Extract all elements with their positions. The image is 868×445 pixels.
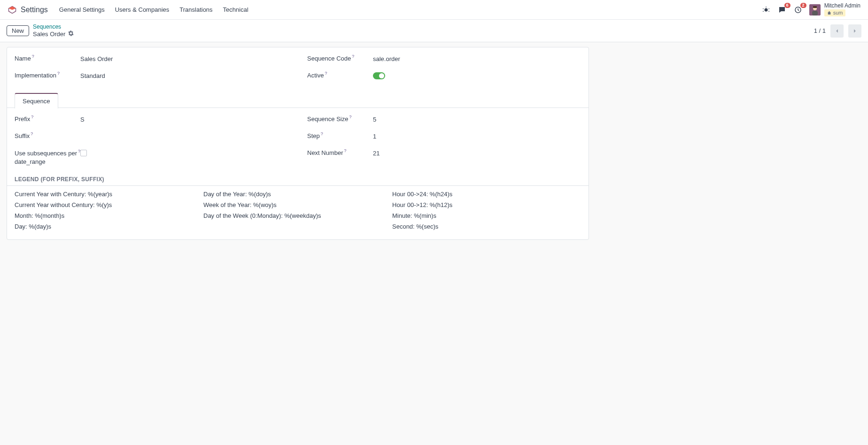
field-sequence-size: Sequence Size ? 5 [307, 115, 581, 128]
nav-translations[interactable]: Translations [179, 6, 212, 13]
suffix-label: Suffix [15, 132, 30, 139]
prefix-value[interactable]: S [80, 115, 288, 123]
legend-item: Hour 00->24: %(h24)s [392, 191, 581, 198]
svg-rect-12 [813, 6, 817, 8]
breadcrumb-current: Sales Order [33, 31, 65, 38]
user-text: Mitchell Admin sum [824, 3, 860, 16]
activities-icon[interactable]: 2 [793, 5, 803, 15]
debug-icon[interactable] [761, 5, 771, 15]
cp-left: New Sequences Sales Order [7, 23, 74, 38]
suffix-value[interactable] [80, 132, 288, 133]
pager-next-button[interactable] [848, 24, 861, 38]
breadcrumb: Sequences Sales Order [33, 23, 74, 38]
user-company: sum [824, 9, 846, 16]
user-company-label: sum [833, 10, 843, 16]
code-label: Sequence Code [307, 55, 351, 62]
step-label: Step [307, 132, 320, 139]
field-implementation: Implementation ? Standard [15, 72, 288, 84]
pager-prev-button[interactable] [830, 24, 844, 38]
legend-item: Hour 00->12: %(h12)s [392, 201, 581, 208]
legend-item: Current Year with Century: %(year)s [15, 191, 203, 198]
messages-badge: 6 [784, 3, 790, 8]
legend-grid: Current Year with Century: %(year)s Curr… [15, 191, 581, 230]
help-icon[interactable]: ? [31, 115, 33, 119]
step-value[interactable]: 1 [373, 132, 581, 140]
field-prefix: Prefix ? S [15, 115, 288, 128]
svg-point-2 [764, 8, 767, 11]
nav-left: Settings General Settings Users & Compan… [8, 5, 248, 15]
nav-menu: General Settings Users & Companies Trans… [59, 6, 248, 13]
name-value[interactable]: Sales Order [80, 55, 288, 62]
size-value[interactable]: 5 [373, 115, 581, 123]
field-sequence-code: Sequence Code ? sale.order [307, 55, 581, 67]
messages-icon[interactable]: 6 [777, 5, 787, 15]
help-icon[interactable]: ? [31, 131, 33, 136]
name-label: Name [15, 55, 31, 62]
field-suffix: Suffix ? [15, 132, 288, 145]
help-icon[interactable]: ? [78, 148, 80, 154]
legend-item: Second: %(sec)s [392, 223, 581, 230]
new-button[interactable]: New [7, 25, 29, 36]
prefix-label: Prefix [15, 115, 30, 123]
tab-content: Prefix ? S Sequence Size ? 5 Suffi [7, 108, 589, 239]
svg-line-5 [768, 8, 769, 9]
size-label: Sequence Size [307, 115, 348, 123]
legend-item: Current Year without Century: %(y)s [15, 201, 203, 208]
help-icon[interactable]: ? [344, 148, 347, 153]
svg-rect-11 [812, 11, 818, 15]
help-icon[interactable]: ? [352, 54, 354, 59]
impl-value[interactable]: Standard [80, 72, 288, 79]
content: Name ? Sales Order Sequence Code ? sale.… [0, 42, 868, 254]
cp-right: 1 / 1 [814, 24, 861, 38]
activities-badge: 2 [800, 3, 806, 8]
app-logo-icon[interactable] [8, 5, 17, 15]
tab-bar: Sequence [7, 92, 589, 108]
legend-title: LEGEND (FOR PREFIX, SUFFIX) [15, 176, 581, 183]
legend-col3: Hour 00->24: %(h24)s Hour 00->12: %(h12)… [392, 191, 581, 230]
legend-col2: Day of the Year: %(doy)s Week of the Yea… [203, 191, 392, 230]
active-toggle[interactable] [373, 72, 385, 79]
field-name: Name ? Sales Order [15, 55, 288, 67]
help-icon[interactable]: ? [321, 131, 323, 136]
next-value[interactable]: 21 [373, 149, 581, 157]
legend-col1: Current Year with Century: %(year)s Curr… [15, 191, 203, 230]
app-title[interactable]: Settings [21, 6, 48, 14]
help-icon[interactable]: ? [349, 115, 351, 119]
user-name: Mitchell Admin [824, 3, 860, 9]
nav-technical[interactable]: Technical [223, 6, 248, 13]
field-active: Active ? [307, 72, 581, 84]
field-use-subsequences: Use subsequences per date_range ? [15, 149, 288, 166]
control-panel: New Sequences Sales Order 1 / 1 [0, 20, 868, 42]
field-step: Step ? 1 [307, 132, 581, 145]
navbar: Settings General Settings Users & Compan… [0, 0, 868, 20]
user-menu[interactable]: Mitchell Admin sum [809, 3, 860, 16]
legend-item: Week of the Year: %(woy)s [203, 201, 392, 208]
tab-sequence[interactable]: Sequence [15, 93, 58, 108]
legend-item: Day: %(day)s [15, 223, 203, 230]
nav-users-companies[interactable]: Users & Companies [115, 6, 170, 13]
legend-separator [7, 185, 589, 186]
code-value[interactable]: sale.order [373, 55, 581, 62]
next-label: Next Number [307, 149, 343, 156]
legend-item: Month: %(month)s [15, 212, 203, 219]
field-next-number: Next Number ? 21 [307, 149, 581, 166]
help-icon[interactable]: ? [32, 54, 34, 59]
help-icon[interactable]: ? [57, 71, 60, 76]
nav-general-settings[interactable]: General Settings [59, 6, 105, 13]
svg-rect-14 [829, 11, 829, 12]
subseq-checkbox[interactable] [80, 150, 87, 156]
pager-text[interactable]: 1 / 1 [814, 27, 826, 34]
legend-item: Day of the Year: %(doy)s [203, 191, 392, 198]
svg-line-7 [768, 11, 769, 11]
gear-icon[interactable] [68, 31, 74, 38]
help-icon[interactable]: ? [325, 71, 327, 76]
active-label: Active [307, 72, 324, 79]
sequence-field-grid: Prefix ? S Sequence Size ? 5 Suffi [15, 115, 581, 166]
breadcrumb-parent[interactable]: Sequences [33, 23, 61, 30]
avatar [809, 4, 821, 15]
svg-rect-13 [828, 12, 830, 15]
svg-line-6 [763, 11, 764, 11]
legend-item: Day of the Week (0:Monday): %(weekday)s [203, 212, 392, 219]
nav-right: 6 2 Mitchell Admin sum [761, 3, 860, 16]
svg-line-4 [763, 8, 764, 9]
